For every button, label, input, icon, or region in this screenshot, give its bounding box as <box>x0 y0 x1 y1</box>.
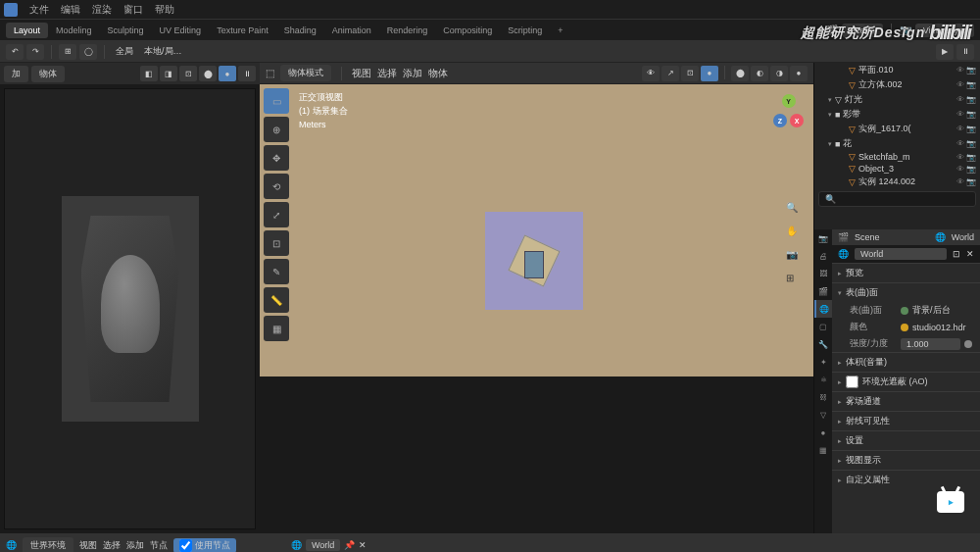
vp-rendered-icon[interactable]: ● <box>790 66 808 81</box>
left-tb5-icon[interactable]: ● <box>219 66 236 81</box>
tool-annotate[interactable]: ✎ <box>264 259 289 284</box>
ws-shading[interactable]: Shading <box>276 23 324 38</box>
ws-animation[interactable]: Animation <box>324 23 379 38</box>
ws-uv[interactable]: UV Editing <box>152 23 210 38</box>
ptab-viewlayer-icon[interactable]: 🖼 <box>814 265 832 282</box>
ne-type-select[interactable]: 世界环境 <box>23 537 74 553</box>
tb-play-icon[interactable]: ▶ <box>936 44 954 60</box>
outliner-item[interactable]: ▾▽灯光👁📷 <box>814 92 980 107</box>
ne-menu-add[interactable]: 添加 <box>126 539 144 552</box>
ws-add[interactable]: + <box>550 23 570 38</box>
left-obj[interactable]: 物体 <box>31 66 65 82</box>
vp-solid-icon[interactable]: ◐ <box>751 66 768 81</box>
ptab-scene-icon[interactable]: 🎬 <box>814 282 832 300</box>
tool-rotate[interactable]: ⟲ <box>264 174 289 199</box>
tool-select-box[interactable]: ▭ <box>264 88 289 114</box>
ptab-particle-icon[interactable]: ✦ <box>814 353 832 371</box>
scene-object-bottle[interactable] <box>524 251 544 278</box>
vp-editor-icon[interactable]: ⬚ <box>266 68 274 78</box>
pivot-point[interactable]: 本地/局… <box>140 45 186 58</box>
sec-ray[interactable]: ▸射线可见性 <box>832 411 980 430</box>
tool-transform[interactable]: ⊡ <box>264 230 289 256</box>
tool-scale[interactable]: ⤢ <box>264 202 289 227</box>
ws-rendering[interactable]: Rendering <box>379 23 436 38</box>
outliner-item[interactable]: ▽实例_1617.0(👁📷 <box>814 122 980 136</box>
sec-volume[interactable]: ▸体积(音量) <box>832 352 980 372</box>
ptab-output-icon[interactable]: 🖨 <box>814 247 832 265</box>
color-val[interactable]: studio012.hdr <box>912 323 966 332</box>
vp-menu-select[interactable]: 选择 <box>377 67 397 80</box>
strength-val[interactable]: 1.000 <box>901 338 960 350</box>
scene-object-plane[interactable] <box>485 212 583 310</box>
ao-checkbox[interactable] <box>846 376 858 388</box>
axis-z-icon[interactable]: Z <box>773 114 787 127</box>
left-tb4-icon[interactable]: ⬤ <box>199 66 217 81</box>
use-nodes-toggle[interactable]: 使用节点 <box>173 538 236 553</box>
render-preview[interactable] <box>4 88 256 529</box>
tb-proportional-icon[interactable]: ◯ <box>79 44 97 60</box>
tool-add[interactable]: ▦ <box>264 316 289 341</box>
menu-file[interactable]: 文件 <box>24 3 55 17</box>
vp-wire-icon[interactable]: ⬤ <box>731 66 749 81</box>
ne-pin-icon[interactable]: 📌 <box>344 540 355 550</box>
ws-scripting[interactable]: Scripting <box>500 23 550 38</box>
ws-texpaint[interactable]: Texture Paint <box>209 23 276 38</box>
vp-menu-add[interactable]: 添加 <box>403 67 422 80</box>
outliner-item[interactable]: ▽Sketchfab_m👁📷 <box>814 151 980 163</box>
ne-type-icon[interactable]: 🌐 <box>6 540 17 550</box>
menu-render[interactable]: 渲染 <box>86 3 118 17</box>
ptab-texture-icon[interactable]: ▦ <box>814 441 832 459</box>
sec-mist[interactable]: ▸雾场通道 <box>832 391 980 411</box>
new-world-icon[interactable]: ⊡ <box>953 249 960 259</box>
tool-cursor[interactable]: ⊕ <box>264 117 289 142</box>
sec-surface[interactable]: ▾表(曲)面 <box>832 282 980 302</box>
ptab-render-icon[interactable]: 📷 <box>814 229 832 247</box>
ws-compositing[interactable]: Compositing <box>435 23 500 38</box>
tb-pause-icon[interactable]: ⏸ <box>956 44 974 60</box>
tb-redo-icon[interactable]: ↷ <box>26 44 44 60</box>
vp-zoom-icon[interactable]: 🔍 <box>786 202 804 220</box>
vp-menu-object[interactable]: 物体 <box>428 67 448 80</box>
ne-menu-node[interactable]: 节点 <box>150 539 168 552</box>
ws-modeling[interactable]: Modeling <box>48 23 100 38</box>
ws-layout[interactable]: Layout <box>6 23 48 38</box>
surface-val[interactable]: 背景/后台 <box>912 304 951 317</box>
sec-preview[interactable]: ▸预览 <box>832 263 980 282</box>
vp-xray-icon[interactable]: ⊡ <box>681 66 699 81</box>
menu-edit[interactable]: 编辑 <box>55 3 86 17</box>
vp-grid-icon[interactable]: ⊞ <box>786 273 804 290</box>
left-tb2-icon[interactable]: ◨ <box>160 66 177 81</box>
left-tb3-icon[interactable]: ⊡ <box>179 66 197 81</box>
outliner-item[interactable]: ▽平面.010👁📷 <box>814 63 980 77</box>
ptab-data-icon[interactable]: ▽ <box>814 406 832 424</box>
nav-gizmo[interactable]: Y Z X <box>773 94 804 127</box>
ptab-modifier-icon[interactable]: 🔧 <box>814 335 832 353</box>
left-mode[interactable]: 加 <box>4 66 28 82</box>
outliner-item[interactable]: ▽实例 1244.002👁📷 <box>814 175 980 189</box>
ptab-constraint-icon[interactable]: ⛓ <box>814 388 832 406</box>
ne-world-select[interactable]: World <box>306 539 340 551</box>
ptab-world-icon[interactable]: 🌐 <box>814 300 832 318</box>
ne-close-icon[interactable]: ✕ <box>359 540 367 550</box>
sec-ao[interactable]: ▸环境光遮蔽 (AO) <box>832 372 980 391</box>
tb-undo-icon[interactable]: ↶ <box>6 44 24 60</box>
tb-snap-icon[interactable]: ⊞ <box>59 44 76 60</box>
outliner-search[interactable]: 🔍 <box>818 191 976 207</box>
ne-menu-view[interactable]: 视图 <box>79 539 97 552</box>
sec-viewport[interactable]: ▸视图显示 <box>832 450 980 470</box>
menu-help[interactable]: 帮助 <box>149 3 180 17</box>
ws-sculpting[interactable]: Sculpting <box>100 23 152 38</box>
transform-orientation[interactable]: 全局 <box>112 45 137 58</box>
outliner-item[interactable]: ▽立方体.002👁📷 <box>814 77 980 92</box>
ne-menu-select[interactable]: 选择 <box>103 539 121 552</box>
tool-move[interactable]: ✥ <box>264 145 289 171</box>
axis-y-icon[interactable]: Y <box>782 94 796 108</box>
viewport-canvas[interactable]: 正交顶视图 (1) 场景集合 Meters ▭ ⊕ ✥ ⟲ ⤢ ⊡ ✎ 📏 ▦ … <box>260 84 813 376</box>
menu-window[interactable]: 窗口 <box>118 3 149 17</box>
outliner-item[interactable]: ▾■花👁📷 <box>814 136 980 151</box>
outliner-item[interactable]: ▽Object_3👁📷 <box>814 163 980 175</box>
axis-x-icon[interactable]: X <box>790 114 804 127</box>
vp-shade1-icon[interactable]: ● <box>701 66 718 81</box>
ptab-object-icon[interactable]: ▢ <box>814 318 832 335</box>
vp-matprev-icon[interactable]: ◑ <box>770 66 788 81</box>
